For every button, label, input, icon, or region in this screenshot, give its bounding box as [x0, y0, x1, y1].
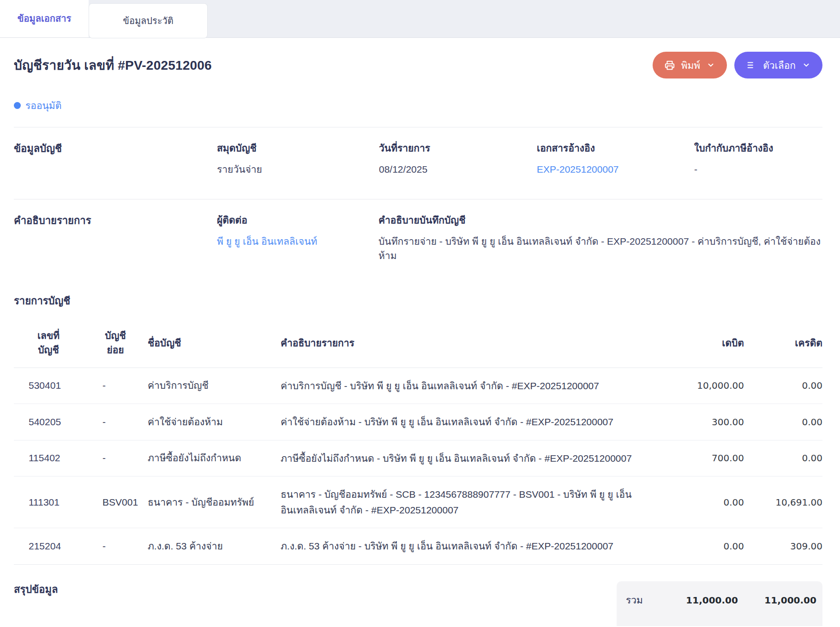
tab-bar: ข้อมูลเอกสาร ข้อมูลประวัติ [0, 0, 840, 38]
status-label: รออนุมัติ [25, 98, 61, 113]
cell-account-no: 540205 [14, 416, 83, 428]
tax-invoice-ref-label: ใบกำกับภาษีอ้างอิง [694, 140, 822, 156]
summary-section-title: สรุปข้อมูล [14, 581, 58, 597]
cell-account-name: ภ.ง.ด. 53 ค้างจ่าย [148, 539, 264, 554]
chevron-down-icon [802, 61, 810, 69]
col-account-name: ชื่อบัญชี [148, 335, 264, 350]
transaction-date-label: วันที่รายการ [379, 140, 537, 156]
cell-description: ธนาคาร - บัญชีออมทรัพย์ - SCB - 12345678… [264, 487, 661, 518]
cell-description: ภาษีซื้อยังไม่ถึงกำหนด - บริษัท พี ยู ยู… [264, 451, 661, 466]
description-section-title: คำอธิบายรายการ [14, 212, 217, 263]
journal-book-label: สมุดบัญชี [217, 140, 379, 156]
cell-debit: 700.00 [661, 452, 744, 464]
field-journal-note: คำอธิบายบันทึกบัญชี บันทึกรายจ่าย - บริษ… [378, 212, 822, 263]
cell-account-name: ค่าบริการบัญชี [148, 378, 264, 393]
total-credit-value: 11,000.00 [738, 595, 816, 606]
tax-invoice-ref-value: - [694, 162, 822, 177]
field-transaction-date: วันที่รายการ 08/12/2025 [379, 140, 537, 177]
col-account-no: เลขที่ บัญชี [14, 328, 83, 357]
cell-account-no: 215204 [14, 541, 83, 552]
col-description: คำอธิบายรายการ [264, 335, 661, 350]
cell-sub-account: - [83, 541, 148, 552]
cell-credit: 0.00 [744, 416, 822, 428]
print-button-label: พิมพ์ [681, 58, 701, 73]
journal-note-value: บันทึกรายจ่าย - บริษัท พี ยู ยู เอ็น อิน… [378, 234, 822, 263]
cell-debit: 10,000.00 [661, 380, 744, 391]
contact-label: ผู้ติดต่อ [217, 212, 378, 228]
table-row: 540205 - ค่าใช้จ่ายต้องห้าม ค่าใช้จ่ายต้… [14, 404, 822, 440]
section-divider [14, 127, 822, 127]
account-info-title: ข้อมูลบัญชี [14, 140, 217, 177]
description-section: คำอธิบายรายการ ผู้ติดต่อ พี ยู ยู เอ็น อ… [14, 212, 822, 263]
header-actions: พิมพ์ ตัวเลือก [653, 52, 822, 78]
reference-document-link[interactable]: EXP-20251200007 [537, 164, 619, 175]
field-tax-invoice-ref: ใบกำกับภาษีอ้างอิง - [694, 140, 822, 177]
status-badge: รออนุมัติ [14, 98, 822, 113]
cell-credit: 10,691.00 [744, 497, 822, 508]
summary-section: สรุปข้อมูล รวม 11,000.00 11,000.00 [14, 581, 822, 626]
page-header: บัญชีรายวัน เลขที่ #PV-202512006 พิมพ์ ต… [14, 52, 822, 78]
cell-debit: 0.00 [661, 497, 744, 508]
cell-account-no: 111301 [14, 497, 83, 508]
total-label: รวม [626, 592, 655, 608]
tab-history-info[interactable]: ข้อมูลประวัติ [89, 3, 208, 38]
cell-sub-account: - [83, 416, 148, 428]
page-title: บัญชีรายวัน เลขที่ #PV-202512006 [14, 55, 212, 75]
options-button[interactable]: ตัวเลือก [734, 52, 822, 78]
field-journal-book: สมุดบัญชี รายวันจ่าย [217, 140, 379, 177]
cell-description: ค่าบริการบัญชี - บริษัท พี ยู ยู เอ็น อิ… [264, 378, 661, 394]
transaction-date-value: 08/12/2025 [379, 162, 537, 177]
cell-sub-account: BSV001 [83, 497, 148, 508]
col-credit: เครดิต [744, 335, 822, 350]
printer-icon [665, 60, 675, 70]
field-reference-document: เอกสารอ้างอิง EXP-20251200007 [537, 140, 694, 177]
cell-account-name: ค่าใช้จ่ายต้องห้าม [148, 415, 264, 430]
cell-credit: 309.00 [744, 541, 822, 552]
entries-section-title: รายการบัญชี [14, 293, 822, 309]
contact-link[interactable]: พี ยู ยู เอ็น อินเทลลิเจนท์ [217, 236, 317, 247]
table-row: 215204 - ภ.ง.ด. 53 ค้างจ่าย ภ.ง.ด. 53 ค้… [14, 528, 822, 565]
cell-account-no: 115402 [14, 452, 83, 464]
status-dot-icon [14, 102, 21, 109]
chevron-down-icon [707, 61, 715, 69]
reference-document-label: เอกสารอ้างอิง [537, 140, 694, 156]
journal-book-value: รายวันจ่าย [217, 162, 379, 177]
summary-totals-box: รวม 11,000.00 11,000.00 [617, 581, 822, 626]
cell-description: ภ.ง.ด. 53 ค้างจ่าย - บริษัท พี ยู ยู เอ็… [264, 538, 661, 554]
account-info-section: ข้อมูลบัญชี สมุดบัญชี รายวันจ่าย วันที่ร… [14, 140, 822, 177]
cell-credit: 0.00 [744, 452, 822, 464]
cell-debit: 0.00 [661, 541, 744, 552]
table-row: 530401 - ค่าบริการบัญชี ค่าบริการบัญชี -… [14, 368, 822, 404]
entries-table-header: เลขที่ บัญชี บัญชี ย่อย ชื่อบัญชี คำอธิบ… [14, 322, 822, 368]
options-button-label: ตัวเลือก [763, 58, 796, 73]
col-sub-account: บัญชี ย่อย [83, 328, 148, 357]
cell-sub-account: - [83, 380, 148, 391]
section-divider [14, 199, 822, 199]
entries-table-body: 530401 - ค่าบริการบัญชี ค่าบริการบัญชี -… [14, 368, 822, 565]
field-contact: ผู้ติดต่อ พี ยู ยู เอ็น อินเทลลิเจนท์ [217, 212, 378, 263]
cell-description: ค่าใช้จ่ายต้องห้าม - บริษัท พี ยู ยู เอ็… [264, 414, 661, 430]
total-debit-value: 11,000.00 [655, 595, 738, 606]
table-row: 115402 - ภาษีซื้อยังไม่ถึงกำหนด ภาษีซื้อ… [14, 440, 822, 477]
cell-account-name: ธนาคาร - บัญชีออมทรัพย์ [148, 495, 264, 510]
cell-debit: 300.00 [661, 416, 744, 428]
cell-credit: 0.00 [744, 380, 822, 391]
cell-sub-account: - [83, 452, 148, 464]
cell-account-name: ภาษีซื้อยังไม่ถึงกำหนด [148, 451, 264, 466]
menu-icon [746, 60, 756, 70]
table-row: 111301 BSV001 ธนาคาร - บัญชีออมทรัพย์ ธน… [14, 476, 822, 528]
cell-account-no: 530401 [14, 380, 83, 391]
journal-note-label: คำอธิบายบันทึกบัญชี [378, 212, 822, 228]
col-debit: เดบิต [661, 335, 744, 350]
tab-document-info[interactable]: ข้อมูลเอกสาร [0, 0, 89, 37]
print-button[interactable]: พิมพ์ [653, 52, 727, 78]
